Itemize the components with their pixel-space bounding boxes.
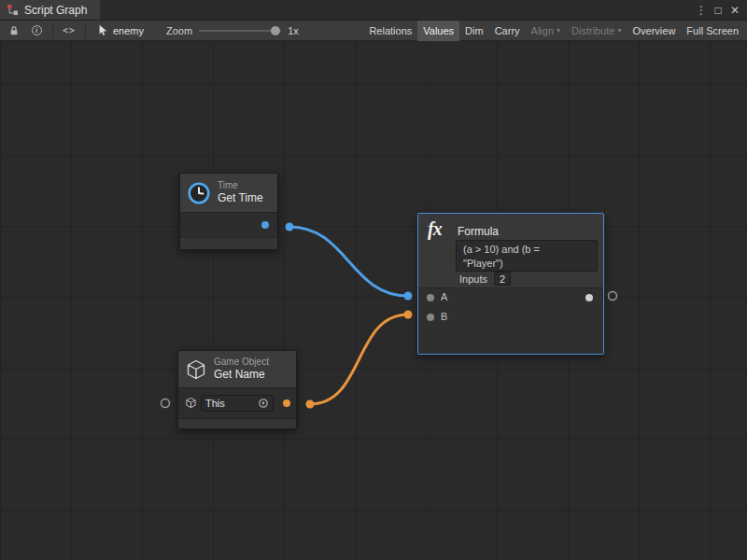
node-footer <box>180 237 277 249</box>
port-label-a: A <box>441 291 447 302</box>
get-name-target-port[interactable] <box>162 399 170 408</box>
lock-icon <box>8 25 20 36</box>
toolbar-separator <box>52 24 53 37</box>
window-controls: ⋮ □ ✕ <box>694 0 747 20</box>
zoom-slider[interactable] <box>199 25 281 36</box>
titlebar: Script Graph ⋮ □ ✕ <box>0 0 747 21</box>
zoom-control: Zoom 1x <box>166 25 299 36</box>
graph-canvas[interactable]: Time Get Time fx Formula (a > 10) and (b… <box>0 41 747 560</box>
expression-line-1: (a > 10) and (b = <box>463 243 590 257</box>
align-label: Align <box>531 25 554 36</box>
inputs-count-field[interactable]: 2 <box>494 272 511 286</box>
node-get-name[interactable]: Game Object Get Name This <box>177 350 297 429</box>
node-title: Get Name <box>214 368 269 382</box>
get-time-output-port[interactable] <box>261 221 269 229</box>
node-header: Time Get Time <box>180 174 277 213</box>
chevron-down-icon: ▾ <box>618 27 622 35</box>
node-body <box>180 213 277 237</box>
clock-icon <box>187 181 211 205</box>
wire-endpoint-formula-input-b[interactable] <box>404 311 413 319</box>
relations-label: Relations <box>369 25 412 36</box>
lock-button[interactable] <box>3 21 25 41</box>
values-label: Values <box>423 25 454 36</box>
wire-endpoint-get-name-output[interactable] <box>306 400 315 409</box>
tab-title: Script Graph <box>24 4 87 17</box>
code-icon: <> <box>63 25 76 35</box>
target-object-field[interactable]: This <box>201 395 274 412</box>
node-category: Game Object <box>214 357 269 369</box>
port-label-b: B <box>441 311 447 322</box>
port-row-a: A <box>418 288 603 307</box>
overview-label: Overview <box>633 25 676 36</box>
cube-icon <box>185 358 207 381</box>
node-header: Game Object Get Name <box>178 351 296 388</box>
wire-get-time-to-formula-a[interactable] <box>289 227 408 296</box>
zoom-value: 1x <box>288 25 299 36</box>
inputs-label: Inputs <box>459 273 487 285</box>
node-formula[interactable]: fx Formula (a > 10) and (b = "Player") I… <box>417 213 604 355</box>
target-value: This <box>205 398 254 409</box>
chevron-down-icon: ▾ <box>557 27 560 35</box>
inspector-toggle-button[interactable]: i <box>25 21 48 41</box>
wire-endpoint-formula-input-a[interactable] <box>404 292 413 301</box>
carry-label: Carry <box>495 25 520 36</box>
full-screen-button[interactable]: Full Screen <box>681 21 744 41</box>
input-port-b[interactable] <box>427 314 434 321</box>
distribute-label: Distribute <box>571 25 614 36</box>
formula-ports-section: A B <box>418 287 603 354</box>
node-title: Get Time <box>218 191 263 205</box>
node-body: This <box>178 388 296 418</box>
toolbar-buttons: Relations Values Dim Carry Align ▾ Distr… <box>363 21 744 41</box>
close-icon[interactable]: ✕ <box>727 0 742 21</box>
window-menu-icon[interactable]: ⋮ <box>694 0 709 21</box>
output-port-result[interactable] <box>585 294 593 301</box>
node-get-time[interactable]: Time Get Time <box>179 173 278 250</box>
port-row-b: B <box>418 308 603 327</box>
breadcrumb[interactable]: enemy <box>91 24 151 36</box>
zoom-slider-handle[interactable] <box>271 26 280 35</box>
node-titles: Game Object Get Name <box>214 357 269 383</box>
wire-get-name-to-formula-b[interactable] <box>310 315 408 404</box>
dim-button[interactable]: Dim <box>459 21 489 41</box>
node-title: Formula <box>458 225 499 238</box>
wire-endpoint-get-time-output[interactable] <box>286 223 294 231</box>
script-graph-icon <box>7 4 19 16</box>
zoom-label: Zoom <box>166 25 192 36</box>
node-category: Time <box>218 180 263 192</box>
breadcrumb-label: enemy <box>113 25 144 36</box>
info-icon: i <box>32 25 42 35</box>
wires-layer <box>0 41 747 560</box>
tab-script-graph[interactable]: Script Graph <box>0 0 100 20</box>
node-titles: Time Get Time <box>218 180 263 206</box>
zoom-slider-track[interactable] <box>199 30 281 32</box>
toolbar-separator <box>85 24 86 37</box>
maximize-icon[interactable]: □ <box>711 0 726 21</box>
graph-toolbar: i <> enemy Zoom 1x Relations Value <box>0 21 747 41</box>
code-view-button[interactable]: <> <box>58 21 80 41</box>
get-name-output-port[interactable] <box>283 399 290 407</box>
input-port-a[interactable] <box>427 294 434 301</box>
relations-button[interactable]: Relations <box>363 21 417 41</box>
align-button[interactable]: Align ▾ <box>526 21 566 41</box>
object-picker-icon[interactable] <box>258 398 269 409</box>
expression-line-2: "Player") <box>463 257 590 271</box>
dim-label: Dim <box>465 25 484 36</box>
distribute-button[interactable]: Distribute ▾ <box>566 21 627 41</box>
overview-button[interactable]: Overview <box>627 21 682 41</box>
cube-icon-small <box>185 397 197 409</box>
full-screen-label: Full Screen <box>686 25 739 36</box>
formula-fx-icon: fx <box>428 218 442 240</box>
carry-button[interactable]: Carry <box>489 21 526 41</box>
cursor-icon <box>98 24 108 36</box>
node-footer <box>178 418 296 428</box>
formula-expression-input[interactable]: (a > 10) and (b = "Player") <box>456 240 598 272</box>
values-button[interactable]: Values <box>417 21 459 41</box>
formula-result-port[interactable] <box>609 292 617 301</box>
formula-inputs-row: Inputs 2 <box>459 272 511 286</box>
script-graph-window: Script Graph ⋮ □ ✕ i <> enemy <box>0 0 747 560</box>
